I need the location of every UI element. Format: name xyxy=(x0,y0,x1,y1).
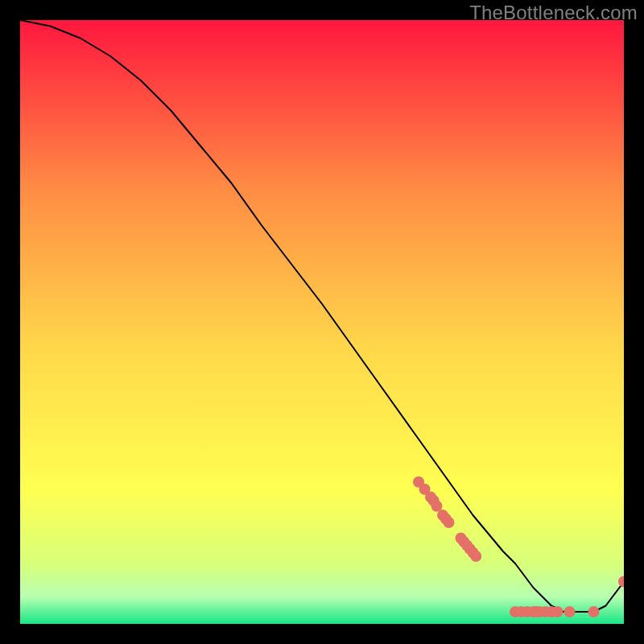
plot-svg xyxy=(20,20,624,624)
bottleneck-plot xyxy=(20,20,624,624)
chart-frame: TheBottleneck.com xyxy=(0,0,644,644)
highlight-point xyxy=(588,606,600,617)
highlight-point xyxy=(552,606,564,617)
highlight-point xyxy=(564,606,576,617)
gradient-background xyxy=(20,20,624,624)
highlight-point xyxy=(444,517,455,528)
highlight-point xyxy=(470,551,481,562)
